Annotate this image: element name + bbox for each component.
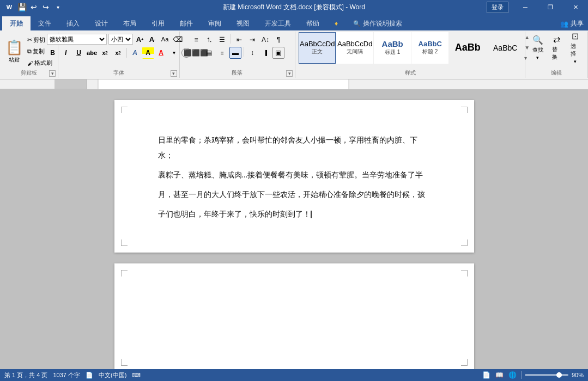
bold-button[interactable]: B bbox=[47, 47, 59, 59]
font-name-select[interactable]: 微软雅黑 bbox=[47, 34, 107, 45]
paste-button[interactable]: 📋 粘贴 bbox=[3, 35, 25, 68]
tab-design[interactable]: 设计 bbox=[87, 16, 116, 30]
page-1-content[interactable]: 日里的零食；杀鸡宰猪，会叫帮忙的邻舍友人小撮一顿，享用牲畜的内脏、下水； 裹粽子… bbox=[158, 133, 431, 222]
status-left: 第 1 页，共 4 页 1037 个字 📄 中文(中国) ⌨ bbox=[4, 371, 141, 379]
editing-group: 🔍 查找 ▾ ⇄ 替换 ⊡ 选择 ▾ 编辑 bbox=[525, 32, 588, 78]
para-row-2: ⬛⬛⬛ ▤ ≡ ▬ ↕ ▐ ▣ bbox=[190, 47, 284, 59]
align-left-button[interactable]: ⬛⬛⬛ bbox=[190, 47, 202, 59]
tab-developer[interactable]: 开发工具 bbox=[257, 16, 299, 30]
redo-quick-btn[interactable]: ↪ bbox=[40, 2, 51, 13]
ribbon-tab-bar: 开始 文件 插入 设计 布局 引用 邮件 审阅 视图 开发工具 帮助 ♦ 🔍 操… bbox=[0, 14, 588, 30]
tab-view[interactable]: 视图 bbox=[229, 16, 257, 30]
subscript-button[interactable]: x2 bbox=[99, 47, 111, 59]
tab-file[interactable]: 文件 bbox=[31, 16, 59, 30]
paragraph-buttons: ≡ ⒈ ☰ ⇤ ⇥ A↕ ¶ ⬛⬛⬛ ▤ ≡ ▬ ↕ ▐ ▣ bbox=[190, 34, 284, 65]
svg-rect-1 bbox=[98, 79, 349, 89]
paragraph-label: 段落 bbox=[180, 69, 295, 77]
replace-button[interactable]: ⇄ 替换 bbox=[548, 34, 566, 62]
close-button[interactable]: ✕ bbox=[563, 0, 588, 14]
decrease-indent-button[interactable]: ⇤ bbox=[233, 34, 245, 46]
view-web-button[interactable]: 🌐 bbox=[508, 370, 518, 380]
restore-button[interactable]: ❐ bbox=[538, 0, 563, 14]
font-color-dropdown[interactable]: ▾ bbox=[168, 47, 180, 59]
customize-quick-btn[interactable]: ▾ bbox=[52, 2, 63, 13]
input-mode-icon: ⌨ bbox=[132, 372, 141, 379]
numbering-button[interactable]: ⒈ bbox=[203, 34, 215, 46]
underline-button[interactable]: U bbox=[73, 47, 85, 59]
border-button[interactable]: ▣ bbox=[272, 47, 284, 59]
superscript-button[interactable]: x2 bbox=[112, 47, 124, 59]
style-no-spacing[interactable]: AaBbCcDd 无间隔 bbox=[336, 32, 373, 64]
font-group: 微软雅黑 小四 A+ A- Aa ⌫ B I U abc x2 x2 A A bbox=[58, 32, 179, 78]
tab-help[interactable]: 帮助 bbox=[299, 16, 327, 30]
undo-quick-btn[interactable]: ↩ bbox=[28, 2, 39, 13]
text-effect-button[interactable]: A bbox=[129, 47, 141, 59]
line-spacing-button[interactable]: ↕ bbox=[246, 47, 258, 59]
find-dropdown-icon: ▾ bbox=[536, 55, 539, 60]
window-controls: ─ ❐ ✕ bbox=[513, 0, 588, 14]
document-area[interactable]: 日里的零食；杀鸡宰猪，会叫帮忙的邻舍友人小撮一顿，享用牲畜的内脏、下水； 裹粽子… bbox=[0, 89, 588, 369]
find-icon: 🔍 bbox=[532, 35, 543, 45]
status-divider bbox=[521, 371, 522, 379]
change-case-button[interactable]: Aa bbox=[160, 34, 171, 45]
style-large2[interactable]: AaBbC bbox=[487, 32, 524, 64]
strikethrough-button[interactable]: abc bbox=[86, 47, 98, 59]
multilevel-button[interactable]: ☰ bbox=[216, 34, 228, 46]
font-color-button[interactable]: A bbox=[155, 47, 167, 59]
view-reader-button[interactable]: 📖 bbox=[495, 370, 505, 380]
quick-access-toolbar: 💾 ↩ ↪ ▾ bbox=[16, 2, 63, 13]
format-painter-icon: 🖌 bbox=[27, 60, 33, 66]
italic-button[interactable]: I bbox=[60, 47, 72, 59]
highlight-button[interactable]: A bbox=[142, 47, 154, 59]
clipboard-label: 剪贴板 bbox=[0, 69, 58, 77]
page-1: 日里的零食；杀鸡宰猪，会叫帮忙的邻舍友人小撮一顿，享用牲畜的内脏、下水； 裹粽子… bbox=[114, 100, 474, 253]
share-button[interactable]: 👥 共享 bbox=[560, 19, 584, 28]
styles-label: 样式 bbox=[295, 69, 525, 77]
bullets-button[interactable]: ≡ bbox=[190, 34, 202, 46]
text-paragraph-2: 裹粽子、蒸培糕、腌咸肉...接着便餐餐有美味，顿顿有荤腥。当辛劳地准备了半 bbox=[158, 168, 431, 183]
zoom-slider[interactable] bbox=[525, 374, 568, 376]
tab-review[interactable]: 审阅 bbox=[201, 16, 229, 30]
word-count: 1037 个字 bbox=[53, 371, 80, 379]
align-right-button[interactable]: ≡ bbox=[216, 47, 228, 59]
corner-bl bbox=[121, 239, 128, 246]
find-button[interactable]: 🔍 查找 ▾ bbox=[529, 34, 547, 62]
style-heading1-label: 标题 1 bbox=[385, 48, 400, 56]
share-icon: 👥 bbox=[560, 20, 568, 28]
style-normal-label: 正文 bbox=[312, 48, 323, 56]
tab-home[interactable]: 开始 bbox=[2, 16, 31, 30]
tab-mailings[interactable]: 邮件 bbox=[172, 16, 201, 30]
style-large2-preview: AaBbC bbox=[493, 44, 517, 52]
text-paragraph-1: 日里的零食；杀鸡宰猪，会叫帮忙的邻舍友人小撮一顿，享用牲畜的内脏、下水； bbox=[158, 133, 431, 163]
tab-references[interactable]: 引用 bbox=[144, 16, 172, 30]
align-center-button[interactable]: ▤ bbox=[203, 47, 215, 59]
tab-search[interactable]: 🔍 操作说明搜索 bbox=[345, 16, 410, 30]
select-icon: ⊡ bbox=[572, 31, 579, 41]
style-normal[interactable]: AaBbCcDd 正文 bbox=[299, 32, 336, 64]
corner-br bbox=[461, 239, 468, 246]
corner-tl bbox=[121, 107, 128, 113]
shading-button[interactable]: ▐ bbox=[259, 47, 271, 59]
minimize-button[interactable]: ─ bbox=[513, 0, 538, 14]
justify-button[interactable]: ▬ bbox=[229, 47, 241, 59]
shrink-font-button[interactable]: A- bbox=[147, 34, 158, 45]
tab-insert[interactable]: 插入 bbox=[59, 16, 87, 30]
increase-indent-button[interactable]: ⇥ bbox=[246, 34, 258, 46]
show-marks-button[interactable]: ¶ bbox=[272, 34, 284, 46]
font-label: 字体 bbox=[58, 69, 179, 77]
style-large[interactable]: AaBb bbox=[449, 32, 486, 64]
corner-tr-2 bbox=[461, 270, 468, 276]
font-size-select[interactable]: 小四 bbox=[108, 34, 133, 45]
style-heading1[interactable]: AaBb 标题 1 bbox=[374, 32, 411, 64]
grow-font-button[interactable]: A+ bbox=[135, 34, 146, 45]
tab-diamond[interactable]: ♦ bbox=[327, 16, 345, 30]
page-info: 第 1 页，共 4 页 bbox=[4, 371, 47, 379]
style-heading2[interactable]: AaBbC 标题 2 bbox=[411, 32, 448, 64]
style-heading2-label: 标题 2 bbox=[422, 48, 438, 56]
view-normal-button[interactable]: 📄 bbox=[482, 370, 492, 380]
tab-layout[interactable]: 布局 bbox=[116, 16, 144, 30]
sort-button[interactable]: A↕ bbox=[259, 34, 271, 46]
save-quick-btn[interactable]: 💾 bbox=[16, 2, 27, 13]
select-button[interactable]: ⊡ 选择 ▾ bbox=[567, 34, 584, 62]
login-button[interactable]: 登录 bbox=[487, 2, 508, 13]
